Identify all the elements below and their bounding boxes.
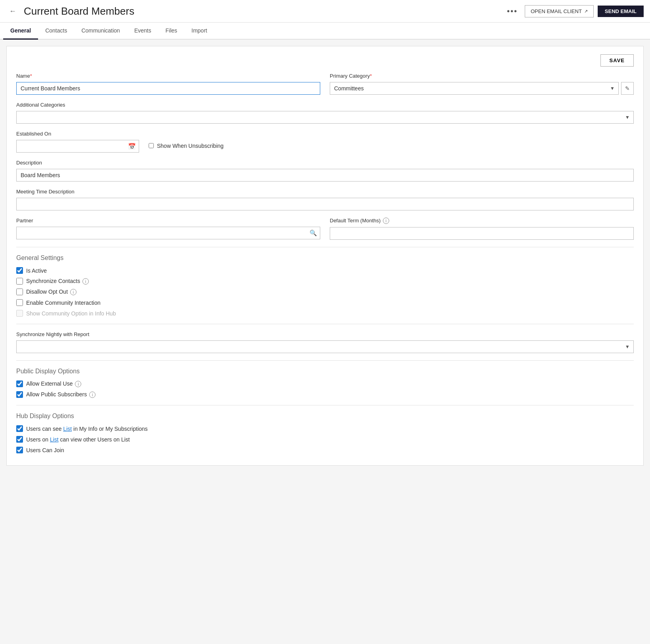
partner-input[interactable] <box>16 227 320 239</box>
name-group: Name* <box>16 73 320 95</box>
enable-community-checkbox[interactable] <box>16 299 23 306</box>
tab-bar: General Contacts Communication Events Fi… <box>0 23 650 40</box>
show-community-row: Show Community Option in Info Hub <box>16 310 634 317</box>
edit-category-button[interactable]: ✎ <box>621 82 634 95</box>
default-term-input[interactable] <box>330 227 634 240</box>
external-link-icon: ↗ <box>584 9 588 14</box>
additional-categories-label: Additional Categories <box>16 102 634 108</box>
primary-category-wrapper: Committees General Other ▼ ✎ <box>330 82 634 95</box>
allow-external-info-icon[interactable]: i <box>75 381 81 387</box>
list-link-2[interactable]: List <box>50 436 59 443</box>
partner-search-wrapper: 🔍 <box>16 227 320 239</box>
is-active-checkbox[interactable] <box>16 267 23 274</box>
primary-category-group: Primary Category* Committees General Oth… <box>330 73 634 95</box>
list-link[interactable]: List <box>63 426 72 432</box>
additional-categories-select[interactable] <box>16 111 634 124</box>
show-unsubscribing-label: Show When Unsubscribing <box>157 143 224 149</box>
users-see-list-checkbox[interactable] <box>16 425 23 432</box>
users-view-others-row: Users on List can view other Users on Li… <box>16 436 634 443</box>
disallow-opt-out-info-icon[interactable]: i <box>70 289 76 295</box>
is-active-label: Is Active <box>26 268 47 274</box>
divider-3 <box>16 360 634 361</box>
default-term-label: Default Term (Months) i <box>330 218 634 224</box>
users-view-others-checkbox[interactable] <box>16 436 23 443</box>
primary-category-label: Primary Category* <box>330 73 634 79</box>
enable-community-row: Enable Community Interaction <box>16 299 634 306</box>
divider-4 <box>16 405 634 405</box>
users-view-others-label: Users on List can view other Users on Li… <box>26 436 130 443</box>
calendar-icon[interactable]: 📅 <box>128 143 136 150</box>
primary-category-select[interactable]: Committees General Other <box>330 82 619 95</box>
show-community-label: Show Community Option in Info Hub <box>26 310 116 317</box>
established-on-label: Established On <box>16 131 139 137</box>
disallow-opt-out-row: Disallow Opt Out i <box>16 289 634 295</box>
sync-contacts-checkbox[interactable] <box>16 278 23 285</box>
open-email-client-button[interactable]: OPEN EMAIL CLIENT ↗ <box>525 5 594 17</box>
tab-import[interactable]: Import <box>184 23 214 40</box>
divider-2 <box>16 324 634 324</box>
edit-icon: ✎ <box>625 85 630 92</box>
general-settings-title: General Settings <box>16 254 634 262</box>
tab-files[interactable]: Files <box>158 23 184 40</box>
default-term-info-icon[interactable]: i <box>383 218 389 224</box>
partner-term-row: Partner 🔍 Default Term (Months) i <box>16 218 634 240</box>
form-card: SAVE Name* Primary Category* Committees <box>6 46 644 466</box>
meeting-time-input[interactable] <box>16 198 634 210</box>
additional-categories-group: Additional Categories ▼ <box>16 102 634 124</box>
established-row: Established On 📅 Show When Unsubscribing <box>16 131 634 153</box>
page-header: ← Current Board Members ••• OPEN EMAIL C… <box>0 0 650 23</box>
show-unsubscribing-checkbox[interactable] <box>149 143 154 148</box>
users-can-join-row: Users Can Join <box>16 447 634 453</box>
users-see-list-label: Users can see List in My Info or My Subs… <box>26 426 148 432</box>
back-button[interactable]: ← <box>6 5 19 17</box>
users-can-join-label: Users Can Join <box>26 447 64 453</box>
allow-public-checkbox[interactable] <box>16 391 23 398</box>
established-on-input[interactable] <box>16 140 139 153</box>
tab-communication[interactable]: Communication <box>74 23 127 40</box>
description-label: Description <box>16 160 634 166</box>
sync-contacts-label: Synchronize Contacts i <box>26 278 89 285</box>
sync-contacts-info-icon[interactable]: i <box>82 278 89 285</box>
enable-community-label: Enable Community Interaction <box>26 300 101 306</box>
content-area: SAVE Name* Primary Category* Committees <box>0 40 650 644</box>
send-email-button[interactable]: SEND EMAIL <box>598 6 644 17</box>
allow-external-checkbox[interactable] <box>16 380 23 387</box>
sync-contacts-row: Synchronize Contacts i <box>16 278 634 285</box>
tab-contacts[interactable]: Contacts <box>38 23 74 40</box>
sync-nightly-group: Synchronize Nightly with Report ▼ <box>16 331 634 353</box>
disallow-opt-out-checkbox[interactable] <box>16 289 23 295</box>
show-unsubscribing-group: Show When Unsubscribing <box>149 143 224 149</box>
partner-group: Partner 🔍 <box>16 218 320 239</box>
partner-label: Partner <box>16 218 320 224</box>
description-input[interactable] <box>16 169 634 182</box>
users-see-list-row: Users can see List in My Info or My Subs… <box>16 425 634 432</box>
sync-nightly-select[interactable] <box>16 340 634 353</box>
is-active-row: Is Active <box>16 267 634 274</box>
tab-events[interactable]: Events <box>127 23 159 40</box>
name-input[interactable] <box>16 82 320 95</box>
meeting-time-group: Meeting Time Description <box>16 189 634 210</box>
tab-general[interactable]: General <box>3 23 38 40</box>
name-label: Name* <box>16 73 320 79</box>
search-icon[interactable]: 🔍 <box>310 229 317 237</box>
disallow-opt-out-label: Disallow Opt Out i <box>26 289 76 295</box>
show-community-checkbox <box>16 310 23 317</box>
established-on-group: Established On 📅 <box>16 131 139 153</box>
allow-public-label: Allow Public Subscribers i <box>26 391 96 398</box>
users-can-join-checkbox[interactable] <box>16 447 23 453</box>
description-group: Description <box>16 160 634 182</box>
allow-public-info-icon[interactable]: i <box>89 392 96 398</box>
sync-nightly-label: Synchronize Nightly with Report <box>16 331 634 337</box>
more-options-button[interactable]: ••• <box>504 5 521 17</box>
default-term-group: Default Term (Months) i <box>330 218 634 240</box>
header-actions: ••• OPEN EMAIL CLIENT ↗ SEND EMAIL <box>504 5 644 17</box>
page-title: Current Board Members <box>24 5 504 17</box>
name-category-row: Name* Primary Category* Committees Gener… <box>16 73 634 95</box>
save-button[interactable]: SAVE <box>600 54 634 67</box>
public-display-title: Public Display Options <box>16 368 634 375</box>
allow-external-row: Allow External Use i <box>16 380 634 387</box>
date-wrapper: 📅 <box>16 140 139 153</box>
allow-public-row: Allow Public Subscribers i <box>16 391 634 398</box>
allow-external-label: Allow External Use i <box>26 380 81 387</box>
save-row: SAVE <box>16 54 634 67</box>
